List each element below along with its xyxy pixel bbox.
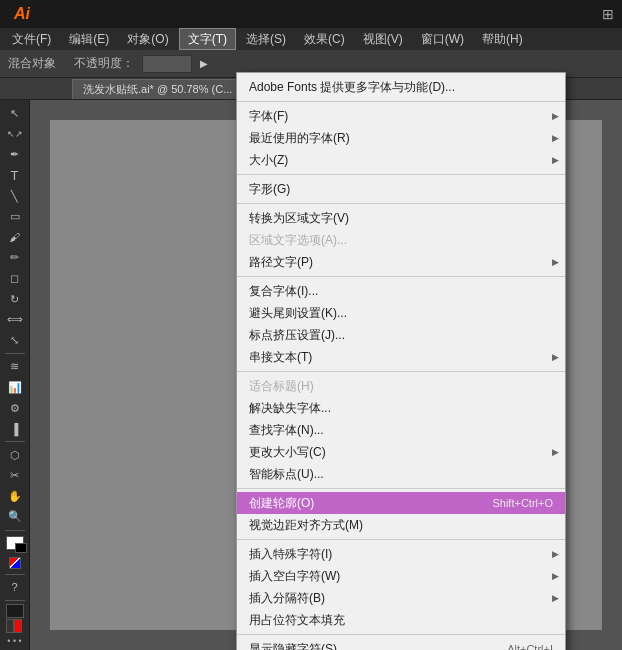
tool-symbol[interactable]: ⚙ xyxy=(2,398,28,418)
opacity-arrow[interactable]: ▶ xyxy=(200,58,208,69)
tool-slice[interactable]: ✂ xyxy=(2,466,28,486)
tool-sep-2 xyxy=(5,441,25,442)
screen-mode2[interactable] xyxy=(14,619,22,633)
control-bar: 混合对象 不透明度： ▶ xyxy=(0,50,622,78)
tool-artboard[interactable]: ⬡ xyxy=(2,445,28,465)
mode-section xyxy=(6,604,24,633)
mix-label: 混合对象 xyxy=(8,55,56,72)
opacity-input[interactable] xyxy=(142,55,192,73)
menu-window[interactable]: 窗口(W) xyxy=(413,28,472,50)
none-icon[interactable] xyxy=(9,557,21,569)
tool-hand[interactable]: ✋ xyxy=(2,486,28,506)
tool-rotate[interactable]: ↻ xyxy=(2,289,28,309)
mode-row xyxy=(6,619,24,633)
tool-sep-1 xyxy=(5,353,25,354)
screen-mode1[interactable] xyxy=(6,619,14,633)
ai-logo: Ai xyxy=(8,5,36,23)
tool-sep-4 xyxy=(5,574,25,575)
menu-effect[interactable]: 效果(C) xyxy=(296,28,353,50)
menu-view[interactable]: 视图(V) xyxy=(355,28,411,50)
canvas-area xyxy=(30,100,622,650)
tool-pen[interactable]: ✒ xyxy=(2,145,28,165)
menu-object[interactable]: 对象(O) xyxy=(119,28,176,50)
color-section xyxy=(6,536,24,569)
tool-shape[interactable]: ▭ xyxy=(2,207,28,227)
tool-sep-5 xyxy=(5,600,25,601)
main-layout: ↖ ↖↗ ✒ T ╲ ▭ 🖌 ✏ ◻ ↻ ⟺ ⤡ ≋ 📊 ⚙ ▐ ⬡ ✂ ✋ 🔍… xyxy=(0,100,622,650)
tool-line[interactable]: ╲ xyxy=(2,186,28,206)
tool-question[interactable]: ? xyxy=(2,577,28,597)
menu-edit[interactable]: 编辑(E) xyxy=(61,28,117,50)
tool-mirror[interactable]: ⟺ xyxy=(2,310,28,330)
grid-icon[interactable]: ⊞ xyxy=(602,6,614,22)
title-bar: Ai ⊞ xyxy=(0,0,622,28)
stroke-color[interactable] xyxy=(15,543,27,553)
tool-warp[interactable]: ≋ xyxy=(2,357,28,377)
tool-zoom[interactable]: 🔍 xyxy=(2,507,28,527)
menu-help[interactable]: 帮助(H) xyxy=(474,28,531,50)
more-tools[interactable]: • • • xyxy=(7,636,21,646)
normal-mode[interactable] xyxy=(6,604,24,618)
menu-select[interactable]: 选择(S) xyxy=(238,28,294,50)
doc-tab[interactable]: 洗发水贴纸.ai* @ 50.78% (C... xyxy=(72,79,243,99)
tool-sep-3 xyxy=(5,530,25,531)
menu-text[interactable]: 文字(T) xyxy=(179,28,236,50)
menu-file[interactable]: 文件(F) xyxy=(4,28,59,50)
tab-bar: 洗发水贴纸.ai* @ 50.78% (C... xyxy=(0,78,622,100)
menu-bar: 文件(F) 编辑(E) 对象(O) 文字(T) 选择(S) 效果(C) 视图(V… xyxy=(0,28,622,50)
opacity-label: 不透明度： xyxy=(74,55,134,72)
tool-pencil[interactable]: ✏ xyxy=(2,248,28,268)
tool-graph[interactable]: 📊 xyxy=(2,378,28,398)
canvas-bg xyxy=(50,120,602,630)
tool-column[interactable]: ▐ xyxy=(2,419,28,439)
tool-direct-select[interactable]: ↖↗ xyxy=(2,125,28,145)
tool-scale[interactable]: ⤡ xyxy=(2,331,28,351)
toolbar: ↖ ↖↗ ✒ T ╲ ▭ 🖌 ✏ ◻ ↻ ⟺ ⤡ ≋ 📊 ⚙ ▐ ⬡ ✂ ✋ 🔍… xyxy=(0,100,30,650)
tool-type[interactable]: T xyxy=(2,166,28,186)
tool-eraser[interactable]: ◻ xyxy=(2,269,28,289)
tool-select[interactable]: ↖ xyxy=(2,104,28,124)
tool-paintbrush[interactable]: 🖌 xyxy=(2,228,28,248)
fill-color[interactable] xyxy=(6,536,24,550)
